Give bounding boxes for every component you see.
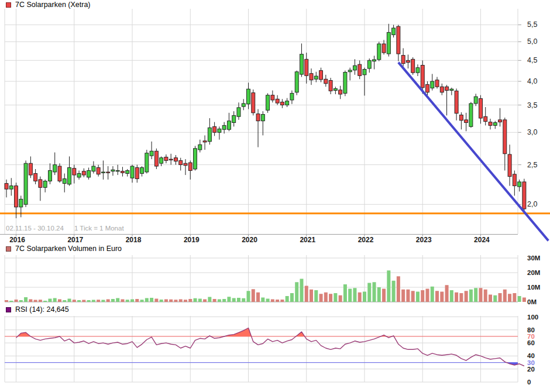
rsi-legend-label: RSI (14): 24,645 [15, 305, 69, 314]
candle [286, 101, 289, 105]
candle [29, 163, 32, 175]
volume-bar [247, 291, 250, 302]
candle [68, 167, 71, 184]
volume-bar [401, 290, 405, 302]
candle [106, 172, 110, 173]
volume-bar [164, 300, 168, 302]
axis-label: 5,0 [527, 37, 537, 46]
volume-bar [295, 282, 298, 302]
candle [377, 44, 381, 60]
candle [392, 28, 396, 35]
candle [227, 121, 231, 130]
volume-bar [271, 300, 274, 302]
volume-bar [314, 290, 318, 302]
volume-bar [116, 298, 119, 302]
volume-bar [339, 295, 342, 302]
volume-bar [513, 293, 516, 302]
axis-label: 20 [527, 366, 535, 373]
volume-bar [431, 287, 434, 302]
candle [150, 151, 153, 156]
axis-label: 2021 [300, 236, 315, 244]
volume-bar [237, 298, 240, 302]
chart-window: 5,55,04,54,03,53,02,52,02016201720182019… [0, 0, 550, 392]
plot-elements [0, 24, 550, 366]
volume-bar [232, 298, 236, 302]
axis-label: 0 [527, 379, 531, 386]
candle [397, 26, 400, 54]
volume-bar [174, 300, 177, 302]
candle [363, 69, 366, 74]
candle [401, 56, 405, 64]
candle [499, 120, 502, 122]
volume-bar [280, 300, 284, 302]
volume-bar [15, 300, 18, 302]
candle [242, 104, 245, 106]
price-legend: 7C Solarparken (Xetra) [6, 1, 91, 9]
candle [164, 157, 168, 161]
candle [290, 93, 294, 100]
volume-bar [363, 292, 366, 302]
volume-bar [198, 299, 202, 302]
volume-bar [397, 276, 400, 302]
volume-bar [522, 298, 526, 302]
candle [373, 60, 376, 61]
candle [314, 76, 318, 79]
axis-label: 2,0 [527, 200, 537, 208]
volume-bar [484, 290, 487, 302]
candle [334, 88, 337, 90]
volume-bar [334, 293, 337, 302]
volume-bar [227, 297, 231, 302]
volume-bar [455, 293, 458, 302]
candle [5, 184, 8, 190]
volume-bar [416, 292, 420, 302]
volume-bar [411, 291, 415, 302]
volume-bar [53, 298, 57, 302]
candle [465, 120, 468, 123]
volume-bar [218, 300, 221, 302]
volume-bar [150, 298, 153, 302]
axis-label: 60 [527, 339, 535, 346]
candle [271, 95, 274, 100]
volume-bar [126, 300, 129, 302]
date-range-text: 02.11.15 - 30.10.24 [6, 225, 64, 232]
candle [53, 165, 57, 172]
volume-bar [48, 299, 51, 302]
candle [387, 32, 390, 54]
volume-bar [266, 299, 270, 302]
volume-bar [77, 300, 81, 302]
axis-label: 2022 [358, 236, 374, 244]
candle [256, 114, 260, 121]
volume-bar [140, 300, 144, 302]
rsi-overbought-fill [16, 328, 524, 366]
candle [266, 95, 270, 111]
volume-bar [111, 299, 115, 302]
volume-bar [286, 296, 289, 302]
volume-bar [387, 270, 390, 302]
candle [479, 98, 482, 118]
volume-bar [358, 293, 362, 302]
volume-bar [465, 291, 468, 302]
volume-bar [450, 290, 453, 302]
axis-label: 4,0 [527, 77, 537, 85]
volume-bar [479, 288, 482, 302]
candle [382, 44, 386, 53]
chart-canvas: 5,55,04,54,03,53,02,52,02016201720182019… [0, 0, 550, 392]
candle [358, 64, 362, 75]
axis-label: 30M [527, 255, 540, 262]
volume-bar [34, 300, 37, 302]
candle [222, 125, 226, 129]
candle [300, 54, 303, 74]
candle [450, 89, 453, 90]
volume-bar [329, 294, 332, 302]
candle [48, 170, 51, 181]
price-series-swatch-icon [6, 2, 11, 8]
candle [425, 84, 429, 92]
volume-bar [377, 287, 381, 302]
candle [459, 115, 463, 120]
volume-bar [43, 301, 47, 302]
axis-label: 2,5 [527, 161, 537, 169]
candle [218, 129, 221, 132]
volume-bar [82, 300, 85, 302]
candle [160, 158, 163, 163]
axis-label: 2023 [416, 236, 432, 244]
